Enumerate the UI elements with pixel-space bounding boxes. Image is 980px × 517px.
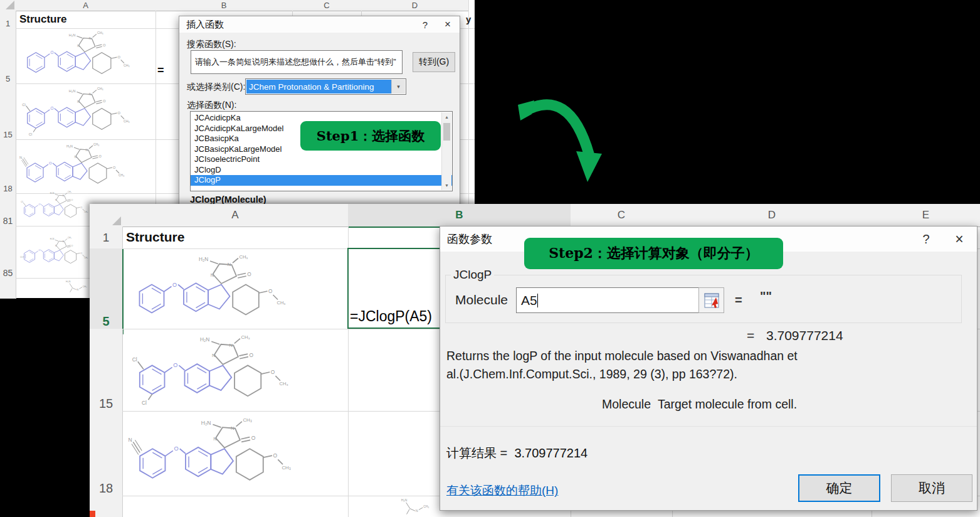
close-icon[interactable]: × — [436, 16, 460, 33]
svg-text:O: O — [38, 248, 40, 252]
function-name-label: JClogP — [451, 268, 494, 282]
col-header-C[interactable]: C — [292, 0, 362, 11]
separator-line — [440, 426, 977, 427]
row-header-5[interactable]: 5 — [0, 28, 16, 88]
svg-text:O: O — [249, 352, 253, 358]
search-input-text: 请输入一条简短说明来描述您想做什么，然后单击“转到” — [191, 56, 396, 68]
svg-text:N: N — [129, 437, 132, 443]
row2-header-1[interactable]: 1 — [90, 227, 123, 249]
listbox-scrollbar[interactable]: ▴ ▾ — [441, 112, 451, 190]
params-dialog-title: 函数参数 — [440, 232, 492, 247]
row2-header-18[interactable]: 18 — [90, 411, 123, 501]
scroll-up-icon[interactable]: ▴ — [442, 112, 451, 122]
svg-text:H₂N: H₂N — [401, 498, 408, 502]
function-list-item[interactable]: JClogD — [191, 165, 452, 176]
molecule2-structure-row5: ONNH₂NCH₃OOCH₃ — [127, 252, 344, 327]
row-header-81[interactable]: 81 — [0, 193, 16, 229]
arg-preview-value: "" — [760, 289, 772, 304]
svg-text:N: N — [75, 155, 77, 159]
svg-text:N: N — [89, 36, 92, 40]
svg-text:O: O — [71, 245, 73, 247]
svg-text:O: O — [271, 369, 275, 375]
svg-text:Cl: Cl — [22, 103, 25, 107]
svg-text:O: O — [103, 43, 106, 47]
function-signature: JClogP(Molecule) — [190, 195, 266, 205]
svg-text:CH₃: CH₃ — [241, 334, 250, 340]
category-label: 或选择类别(C): — [187, 82, 245, 93]
svg-text:N: N — [229, 343, 233, 348]
svg-text:N: N — [86, 148, 88, 152]
col-header-B[interactable]: B — [155, 0, 293, 11]
svg-text:H₂N: H₂N — [50, 238, 55, 240]
molecule2-structure-row15: ONNH₂NCH₃OOCH₃ClCl — [127, 332, 344, 408]
svg-text:O: O — [50, 106, 53, 110]
molecule-arg-input[interactable]: A5 — [516, 287, 700, 313]
svg-text:O: O — [113, 166, 116, 169]
chevron-down-icon[interactable]: ▾ — [391, 80, 405, 93]
svg-text:O: O — [273, 452, 278, 459]
col-header-A[interactable]: A — [16, 0, 156, 11]
svg-text:O: O — [80, 206, 82, 209]
svg-text:N: N — [77, 100, 80, 104]
arg-help-text: Target molecule from cell. — [658, 397, 797, 411]
range-selector-icon — [703, 292, 720, 309]
cancel-button[interactable]: 取消 — [891, 474, 972, 502]
svg-text:N: N — [416, 509, 418, 513]
calc-result-label: 计算结果 = — [446, 446, 507, 460]
select-all-corner[interactable] — [0, 0, 16, 11]
svg-text:CH₃: CH₃ — [93, 142, 99, 146]
col-header-A2[interactable]: A — [122, 204, 349, 227]
svg-text:CH₃: CH₃ — [68, 191, 72, 193]
svg-text:CH₃: CH₃ — [124, 119, 130, 123]
svg-text:N: N — [213, 436, 217, 442]
help-button-2[interactable]: ? — [910, 227, 942, 252]
insert-dialog-titlebar[interactable]: 插入函数 ? × — [179, 16, 460, 33]
svg-text:CH₃: CH₃ — [124, 63, 130, 67]
svg-text:CH₃: CH₃ — [243, 417, 251, 423]
insert-function-dialog: 插入函数 ? × 搜索函数(S): 请输入一条简短说明来描述您想做什么，然后单击… — [179, 16, 460, 208]
row-header-85[interactable]: 85 — [0, 226, 16, 282]
go-button[interactable]: 转到(G) — [413, 52, 455, 72]
col-header-D[interactable]: D — [361, 0, 469, 11]
svg-text:H₂N: H₂N — [200, 336, 209, 343]
col-header-C2[interactable]: C — [571, 204, 673, 227]
cell-B5-equals[interactable]: = — [157, 64, 164, 77]
cell2-B5-formula: =JClogP(A5) — [349, 308, 432, 328]
svg-text:N: N — [211, 272, 214, 278]
search-function-input[interactable]: 请输入一条简短说明来描述您想做什么，然后单击“转到” — [191, 50, 403, 74]
range-selector-button[interactable] — [698, 287, 724, 313]
svg-text:O: O — [71, 199, 73, 201]
svg-text:H₂N: H₂N — [50, 192, 55, 195]
row2-header-5-selected[interactable]: 5 — [90, 248, 124, 334]
cell2-A1-structure-header[interactable]: Structure — [126, 230, 184, 245]
col-header-D2[interactable]: D — [672, 204, 872, 227]
svg-text:O: O — [247, 272, 251, 277]
row2-header-15[interactable]: 15 — [90, 329, 123, 417]
scrollbar-thumb[interactable] — [443, 123, 450, 141]
ok-button[interactable]: 确定 — [798, 474, 880, 502]
close-icon-2[interactable]: × — [942, 227, 977, 252]
svg-text:CH₃: CH₃ — [282, 465, 290, 471]
svg-text:H₂N: H₂N — [199, 257, 208, 262]
molecule-structure-row81: ONNH₂NCH₃OOCH₃Cl — [19, 188, 90, 225]
row-header-15[interactable]: 15 — [0, 83, 16, 144]
function-help-link[interactable]: 有关该函数的帮助(H) — [446, 482, 558, 499]
cell-A1-structure-header[interactable]: Structure — [19, 13, 67, 26]
calc-result-row: 计算结果 = 3.709777214 — [446, 445, 587, 462]
scroll-down-icon[interactable]: ▾ — [442, 181, 451, 190]
col-header-B2-selected[interactable]: B — [348, 204, 571, 228]
help-button[interactable]: ? — [414, 16, 436, 33]
function-list-item[interactable]: JClogP — [191, 175, 452, 186]
calc-result-value: 3.709777214 — [514, 446, 587, 460]
svg-text:CH₃: CH₃ — [277, 300, 286, 306]
svg-text:O: O — [173, 362, 177, 368]
svg-text:CH₃: CH₃ — [119, 173, 124, 177]
select-all-corner-2[interactable] — [90, 204, 123, 227]
molecule-structure-row5: ONNH₂NCH₃OOCH₃ — [19, 29, 152, 82]
col-header-E2[interactable]: E — [872, 204, 980, 227]
row-header-partial[interactable] — [0, 278, 16, 299]
category-dropdown[interactable]: JChem Protonation & Partitioning ▾ — [245, 78, 406, 95]
svg-text:H₂N: H₂N — [69, 89, 76, 93]
function-list-item[interactable]: JCIsoelectricPoint — [191, 154, 452, 165]
svg-text:N: N — [77, 44, 80, 48]
